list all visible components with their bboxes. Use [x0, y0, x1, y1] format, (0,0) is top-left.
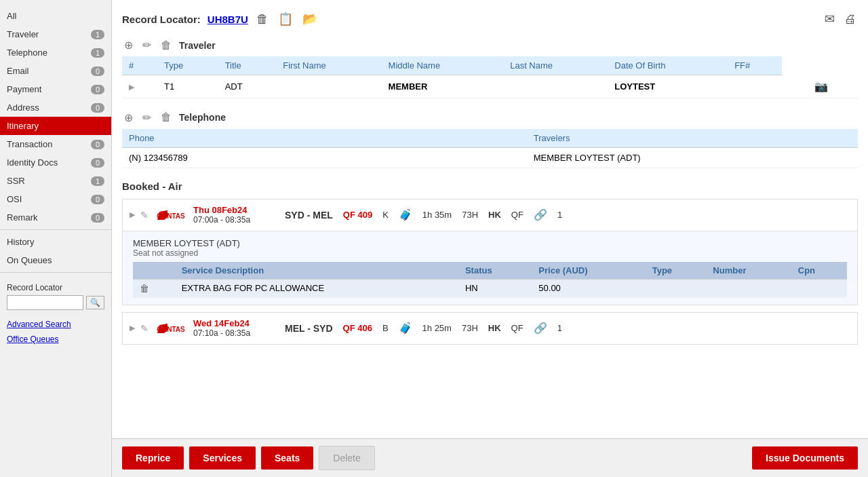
flight-expand-arrow[interactable]: ▶ [130, 324, 135, 332]
sidebar-item-traveler[interactable]: Traveler1 [0, 25, 111, 43]
flight-date: Thu 08Feb24 [193, 205, 275, 215]
service-delete-button[interactable]: 🗑 [140, 283, 149, 294]
sidebar-section-item-on-queues[interactable]: On Queues [0, 251, 111, 269]
flight-cnx-company: QF [511, 210, 524, 220]
service-col-header-delete [133, 262, 175, 280]
flight-status: HK [488, 210, 501, 220]
folder-record-button[interactable]: 📂 [301, 10, 319, 28]
traveler-cell-num: T1 [157, 75, 218, 98]
airline-logo: QANTAS [154, 205, 188, 225]
traveler-row[interactable]: ▶T1ADTMEMBERLOYTEST📷 [122, 75, 858, 98]
telephone-travelers: MEMBER LOYTEST (ADT) [527, 147, 858, 168]
traveler-edit-button[interactable]: ✏ [140, 38, 153, 52]
flight-info: Wed 14Feb24 07:10a - 08:35a MEL - SYD QF… [193, 318, 850, 338]
telephone-edit-button[interactable]: ✏ [140, 111, 153, 125]
traveler-add-button[interactable]: ⊕ [122, 38, 135, 52]
copy-record-button[interactable]: 📋 [277, 10, 294, 28]
record-locator-value[interactable]: UH8B7U [208, 14, 248, 25]
email-button[interactable]: ✉ [823, 10, 836, 28]
flight-date: Wed 14Feb24 [193, 318, 275, 328]
flight-route: MEL - SYD [285, 323, 333, 334]
traveler-col-header: First Name [276, 56, 381, 75]
sidebar-item-address[interactable]: Address0 [0, 98, 111, 117]
link-icon: 🔗 [534, 322, 547, 335]
sidebar-item-badge-identity-docs: 0 [91, 158, 104, 168]
flight-class: K [382, 210, 389, 220]
flight-fare: 1 [557, 323, 562, 333]
passenger-info: MEMBER LOYTEST (ADT) Seat not assigned [133, 238, 847, 258]
issue-documents-button[interactable]: Issue Documents [752, 446, 858, 470]
sidebar-item-label-telephone: Telephone [7, 47, 47, 58]
flight-number: QF 409 [343, 210, 372, 220]
camera-icon[interactable]: 📷 [814, 81, 828, 92]
sidebar-item-label-ssr: SSR [7, 176, 25, 186]
flight-expand-arrow[interactable]: ▶ [130, 210, 135, 219]
sidebar-item-badge-remark: 0 [91, 213, 104, 223]
sidebar-item-ssr[interactable]: SSR1 [0, 172, 111, 190]
flight-edit-icon[interactable]: ✎ [140, 323, 149, 334]
sidebar-item-osi[interactable]: OSI0 [0, 190, 111, 208]
record-locator-label: Record Locator: [122, 14, 201, 25]
sidebar-item-telephone[interactable]: Telephone1 [0, 43, 111, 62]
service-number [706, 279, 791, 297]
flight-main-row-flight-1[interactable]: ▶ ✎ QANTAS Thu 08Feb24 07:00a - 08:35a S… [123, 199, 857, 231]
seats-button[interactable]: Seats [261, 446, 313, 470]
service-col-header: Cpn [791, 262, 847, 280]
record-locator-search-section: Record Locator 🔍 [0, 276, 111, 317]
flight-duration: 1h 25m [422, 323, 452, 333]
traveler-col-header: Date Of Birth [608, 56, 728, 75]
record-locator-search-button[interactable]: 🔍 [86, 296, 104, 309]
traveler-delete-button[interactable]: 🗑 [159, 39, 174, 52]
sidebar-item-all[interactable]: All [0, 7, 111, 25]
traveler-expand-arrow[interactable]: ▶ [129, 83, 134, 91]
print-button[interactable]: 🖨 [843, 10, 858, 28]
sidebar-section-item-history[interactable]: History [0, 233, 111, 251]
flight-fare: 1 [557, 210, 562, 220]
service-table: Service DescriptionStatusPrice (AUD)Type… [133, 262, 847, 298]
traveler-col-header: FF# [728, 56, 782, 75]
flight-container-flight-1: ▶ ✎ QANTAS Thu 08Feb24 07:00a - 08:35a S… [122, 199, 858, 305]
flight-aircraft: 73H [462, 323, 478, 333]
flight-time: 07:00a - 08:35a [193, 215, 275, 225]
sidebar-item-label-email: Email [7, 66, 29, 76]
booked-air-section: Booked - Air ▶ ✎ QANTAS Thu 08Feb24 07:0… [122, 180, 858, 345]
baggage-icon: 🧳 [399, 322, 412, 335]
flight-edit-icon[interactable]: ✎ [140, 210, 149, 221]
sidebar-item-identity-docs[interactable]: Identity Docs0 [0, 153, 111, 172]
advanced-search-link[interactable]: Advanced Search [0, 317, 111, 332]
service-description: EXTRA BAG FOR PC ALLOWANCE [175, 279, 458, 297]
traveler-section-title: Traveler [179, 40, 216, 51]
traveler-cell-first_name: MEMBER [382, 75, 504, 98]
sidebar-item-remark[interactable]: Remark0 [0, 208, 111, 227]
flight-status: HK [488, 323, 501, 333]
service-delete-cell: 🗑 [133, 279, 175, 297]
traveler-col-header: Middle Name [382, 56, 504, 75]
sidebar-item-transaction[interactable]: Transaction0 [0, 135, 111, 153]
sidebar-item-itinerary[interactable]: Itinerary [0, 117, 111, 135]
telephone-section-title: Telephone [179, 112, 226, 123]
sidebar-item-email[interactable]: Email0 [0, 62, 111, 80]
telephone-delete-button[interactable]: 🗑 [159, 111, 174, 124]
sidebar-item-badge-address: 0 [91, 103, 104, 113]
seat-info: Seat not assigned [133, 248, 198, 258]
telephone-add-button[interactable]: ⊕ [122, 111, 135, 125]
traveler-col-header: Type [157, 56, 218, 75]
office-queues-link[interactable]: Office Queues [0, 332, 111, 347]
flight-route: SYD - MEL [285, 210, 333, 221]
services-button[interactable]: Services [189, 446, 256, 470]
flight-time: 07:10a - 08:35a [193, 328, 275, 338]
sidebar-divider-1 [0, 229, 111, 230]
telephone-col-header: Travelers [527, 129, 858, 148]
sidebar-item-payment[interactable]: Payment0 [0, 80, 111, 98]
flight-main-row-flight-2[interactable]: ▶ ✎ QANTAS Wed 14Feb24 07:10a - 08:35a M… [123, 313, 857, 344]
service-col-header: Status [458, 262, 532, 280]
delete-record-button[interactable]: 🗑 [255, 11, 270, 28]
service-col-header: Number [706, 262, 791, 280]
record-locator-search-input[interactable] [7, 295, 83, 310]
traveler-section: ⊕ ✏ 🗑 Traveler #TypeTitleFirst NameMiddl… [122, 38, 858, 98]
telephone-table: PhoneTravelers (N) 123456789MEMBER LOYTE… [122, 129, 858, 168]
header-icons: ✉ 🖨 [823, 10, 858, 28]
airline-logo: QANTAS [154, 318, 188, 339]
sidebar-item-label-itinerary: Itinerary [7, 121, 39, 131]
reprice-button[interactable]: Reprice [122, 446, 184, 470]
